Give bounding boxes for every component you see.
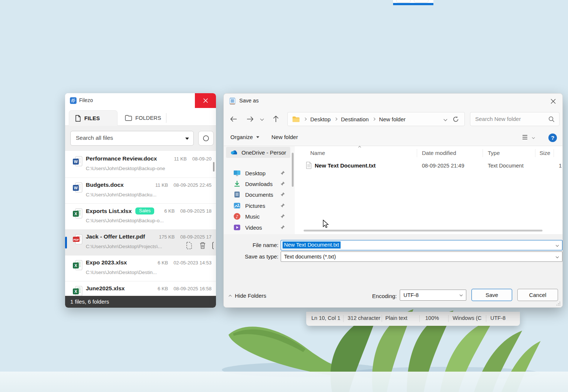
sidebar-item-desktop[interactable]: Desktop — [226, 168, 290, 179]
close-icon — [203, 98, 208, 103]
search-button[interactable] — [198, 131, 214, 146]
taskbar: Search T — [0, 372, 568, 392]
chevron-down-icon[interactable] — [556, 255, 559, 258]
music-icon: ♪ — [233, 213, 241, 220]
search-icon — [548, 116, 555, 122]
search-input[interactable]: Search all files — [70, 131, 194, 146]
svg-text:W: W — [74, 186, 78, 190]
file-name-input[interactable]: New Text Document.txt — [281, 240, 562, 250]
organize-button[interactable]: Organize — [230, 134, 260, 140]
file-row[interactable]: X June2025.xlsx 6 KB 08-09-2025 16:58 — [65, 281, 216, 296]
open-folder-icon[interactable] — [212, 241, 216, 250]
dialog-lower-band: File name: New Text Document.txt Save as… — [224, 234, 562, 307]
zoom-level[interactable]: 100% — [425, 315, 439, 321]
filezo-titlebar[interactable]: Filezo — [65, 93, 216, 108]
chevron-down-icon[interactable] — [556, 244, 559, 247]
file-name: June2025.xlsx — [86, 285, 125, 292]
cancel-button[interactable]: Cancel — [517, 289, 558, 301]
search-placeholder: Search New folder — [475, 116, 521, 122]
sidebar-item-videos[interactable]: Videos — [226, 222, 290, 233]
pdf-file-icon: PDF — [72, 234, 83, 245]
mouse-cursor — [322, 220, 330, 229]
pin-icon — [280, 170, 285, 175]
new-folder-button[interactable]: New folder — [271, 134, 298, 140]
sidebar-item-documents[interactable]: Documents — [226, 189, 290, 200]
sidebar-item-downloads[interactable]: Downloads — [226, 178, 290, 189]
file-date: 08-09-2025 17 — [180, 234, 212, 240]
file-row-selected[interactable]: PDF Jack - Offer Letter.pdf 175 KB 08-09… — [65, 229, 216, 255]
file-path: C:\Users\John\Desktop\Destin... — [86, 270, 157, 275]
sidebar-item-pictures[interactable]: Pictures — [226, 200, 290, 211]
address-dropdown-icon[interactable] — [444, 118, 447, 121]
encoding-label: Encoding: — [346, 293, 397, 299]
filezo-tabbar: FILES FOLDERS — [65, 108, 216, 126]
filezo-scrollbar[interactable] — [213, 162, 214, 172]
recent-locations-icon[interactable] — [260, 117, 264, 121]
file-name-label: File name: — [226, 242, 278, 248]
onedrive-icon — [230, 149, 237, 156]
file-row[interactable]: X Expo 2023.xlsx 6 KB 02-05-2023 14:53 C… — [65, 255, 216, 281]
sort-ascending-icon — [358, 146, 361, 149]
search-icon — [203, 135, 210, 142]
view-mode-button[interactable] — [522, 134, 535, 141]
encoding[interactable]: UTF-8 — [490, 315, 506, 321]
file-path: C:\Users\John\Desktop\Backup-o... — [86, 218, 164, 223]
close-icon[interactable] — [549, 97, 557, 105]
save-as-dialog: Save as — [223, 93, 563, 308]
column-header-name[interactable]: Name — [310, 150, 325, 156]
notepad-status-bar: Ln 10, Col 1 312 character Plain text 10… — [306, 312, 520, 326]
breadcrumb-new-folder[interactable]: New folder — [379, 116, 406, 122]
file-name: Expo 2023.xlsx — [86, 259, 127, 266]
sidebar-scrollbar[interactable] — [292, 153, 294, 187]
file-row[interactable]: W Budgets.docx 11 KB 08-09-2025 22:45 C:… — [65, 178, 216, 203]
hide-folders-button[interactable]: Hide Folders — [229, 293, 266, 299]
file-row[interactable]: X Exports List.xlsx Sales 6 KB 08-09-202… — [65, 203, 216, 229]
offscreen-tab — [396, 0, 411, 3]
forward-icon[interactable] — [246, 115, 254, 123]
breadcrumb-destination[interactable]: Destination — [341, 116, 369, 122]
resize-grip[interactable] — [556, 301, 561, 306]
back-icon[interactable] — [229, 115, 238, 123]
tab-files[interactable]: FILES — [69, 110, 118, 126]
address-bar[interactable]: Desktop Destination New folder — [287, 112, 465, 126]
dialog-file-list: Name Date modified Type Size New Text Do… — [295, 146, 562, 234]
delete-icon[interactable] — [199, 241, 206, 250]
selection-indicator — [65, 237, 67, 249]
file-date: 08-09-2025 18 — [180, 208, 212, 214]
move-file-icon[interactable] — [185, 241, 193, 250]
save-as-type-select[interactable]: Text documents (*.txt) — [281, 251, 562, 262]
dialog-search-input[interactable]: Search New folder — [470, 112, 559, 126]
file-date: 08-09-2025 22:45 — [173, 182, 212, 188]
help-button[interactable] — [548, 134, 557, 142]
chevron-down-icon[interactable] — [460, 293, 463, 296]
list-view-icon — [522, 134, 529, 141]
sidebar-item-music[interactable]: ♪ Music — [226, 211, 290, 222]
save-button[interactable]: Save — [471, 289, 512, 301]
search-dropdown-icon[interactable] — [185, 138, 189, 140]
documents-icon — [233, 191, 241, 198]
sidebar-item-onedrive[interactable]: OneDrive - Persor — [226, 147, 290, 158]
dialog-titlebar[interactable]: Save as — [224, 94, 562, 108]
column-header-type[interactable]: Type — [488, 150, 500, 156]
column-header-size[interactable]: Size — [540, 150, 550, 156]
breadcrumb-desktop[interactable]: Desktop — [310, 116, 331, 122]
svg-text:X: X — [74, 212, 77, 216]
refresh-icon[interactable] — [452, 116, 459, 123]
file-row[interactable]: W Performance Review.docx 11 KB 08-09-20… — [65, 152, 216, 178]
line-endings: Windows (C — [453, 315, 481, 321]
close-button[interactable] — [195, 93, 216, 108]
pin-icon — [280, 214, 285, 219]
up-icon[interactable] — [272, 115, 280, 123]
column-header-date[interactable]: Date modified — [422, 150, 456, 156]
horizontal-scrollbar[interactable] — [304, 230, 542, 232]
file-size: 6 KB — [158, 286, 168, 291]
filezo-file-list: W Performance Review.docx 11 KB 08-09-20… — [65, 151, 216, 296]
encoding-select[interactable]: UTF-8 — [400, 290, 466, 301]
file-path: C:\Users\John\Desktop\Backup-one — [86, 166, 165, 171]
tab-folders[interactable]: FOLDERS — [119, 110, 167, 126]
file-name: Jack - Offer Letter.pdf — [86, 233, 145, 240]
file-size: 6 KB — [158, 260, 168, 266]
window-title: Filezo — [79, 97, 93, 103]
cursor-position: Ln 10, Col 1 — [311, 315, 340, 321]
char-count: 312 character — [348, 315, 381, 321]
